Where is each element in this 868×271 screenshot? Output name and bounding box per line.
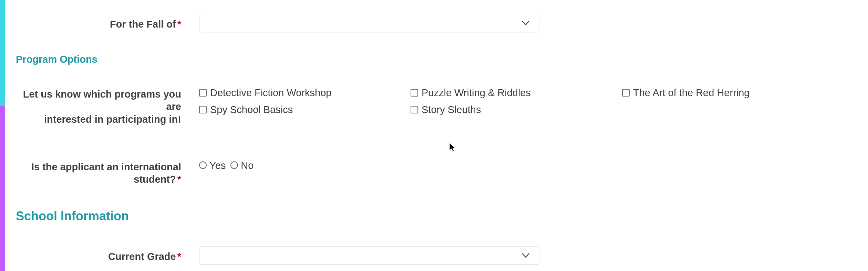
chevron-down-icon [522,253,529,258]
fall-label: For the Fall of [110,19,176,30]
section-school-information: School Information [16,209,868,223]
international-no-label: No [241,160,254,171]
international-yes-label: Yes [209,160,226,171]
program-option-label: Story Sleuths [422,104,481,116]
checkbox-icon [199,106,207,113]
program-option-label: Puzzle Writing & Riddles [422,87,531,99]
radio-icon [230,161,238,169]
international-yes[interactable]: Yes [199,160,226,171]
program-option-label: Spy School Basics [210,104,293,116]
international-no[interactable]: No [230,160,254,171]
checkbox-icon [199,89,207,97]
international-label: Is the applicant an international studen… [31,161,181,185]
fall-select[interactable] [199,14,539,32]
program-option-2[interactable]: The Art of the Red Herring [622,87,834,99]
program-option-label: Detective Fiction Workshop [210,87,331,99]
program-option-1[interactable]: Puzzle Writing & Riddles [411,87,622,99]
program-option-3[interactable]: Spy School Basics [199,104,411,116]
sidebar-accent-bottom [0,106,5,271]
programs-label-line1: Let us know which programs you are [16,88,181,113]
checkbox-icon [411,106,418,113]
required-asterisk: * [177,174,181,185]
program-option-0[interactable]: Detective Fiction Workshop [199,87,411,99]
current-grade-select[interactable] [199,246,539,265]
required-asterisk: * [177,19,181,30]
sidebar-accent-top [0,0,5,106]
radio-icon [199,161,207,169]
programs-label-line2: interested in participating in! [16,113,181,126]
chevron-down-icon [522,21,529,26]
program-option-4[interactable]: Story Sleuths [411,104,622,116]
checkbox-icon [622,89,630,97]
required-asterisk: * [177,251,181,262]
section-program-options: Program Options [16,54,868,65]
program-option-label: The Art of the Red Herring [633,87,750,99]
checkbox-icon [411,89,418,97]
current-grade-label: Current Grade [108,251,176,262]
